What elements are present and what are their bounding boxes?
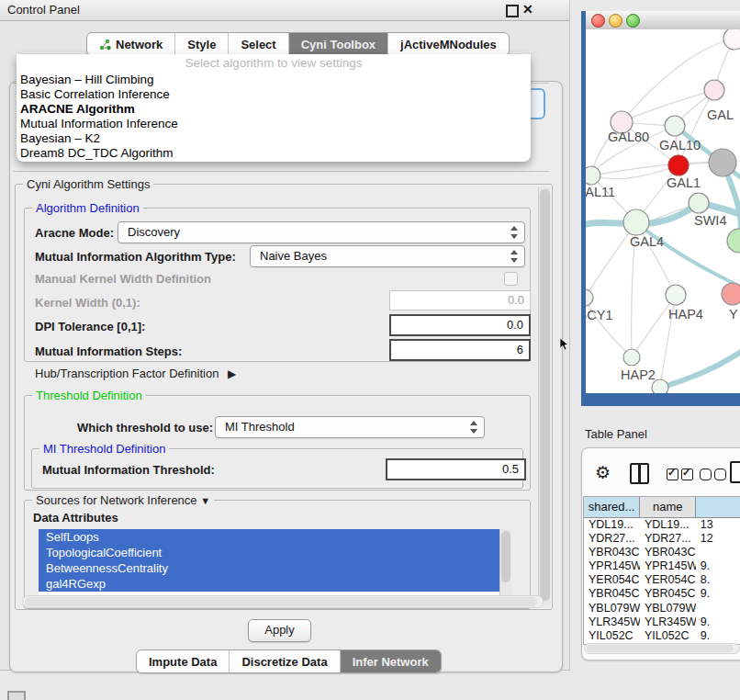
tab-select[interactable]: Select [229,33,288,55]
network-node-gal4[interactable] [623,209,649,235]
settings-horizontal-scrollbar[interactable] [22,595,544,608]
network-edge[interactable] [632,295,676,357]
split-columns-icon[interactable] [630,463,649,484]
network-edge[interactable] [591,165,678,179]
gear-icon[interactable]: ⚙ [595,462,611,483]
table-cell: YIL052C [640,629,696,643]
algorithm-option[interactable]: Mutual Information Inference [20,117,527,131]
corner-widget-icon[interactable] [7,691,26,700]
hidden-group-border [13,171,549,172]
algorithm-option[interactable]: Bayesian – Hill Climbing [20,73,527,87]
settings-vertical-scrollbar[interactable] [538,187,551,604]
network-edge-highlighted[interactable] [636,222,740,291]
node-label: GAL10 [659,138,701,152]
data-attributes-list[interactable]: SelfLoopsTopologicalCoefficientBetweenne… [39,529,510,599]
network-node[interactable] [652,379,668,393]
which-threshold-select[interactable]: MI Threshold [215,416,485,438]
table-cell: YLR345W [584,615,640,629]
table-row[interactable]: YLR345WYLR345W9. [584,615,740,629]
table-row[interactable]: YBR043CYBR043C [584,546,740,559]
network-node-gal10[interactable] [665,116,685,136]
mi-type-label: Mutual Information Algorithm Type: [35,250,236,264]
spinner-arrows-icon [469,419,477,435]
algorithm-option[interactable]: Basic Correlation Inference [20,87,527,102]
column-header[interactable]: name [640,497,696,517]
column-header[interactable] [696,497,740,517]
attributes-scrollbar[interactable] [499,529,511,599]
tab-label: Style [187,38,216,51]
network-node[interactable] [727,229,740,253]
tab-cyni-toolbox[interactable]: Cyni Toolbox [289,33,388,55]
tab-network[interactable]: Network [87,33,175,55]
sources-group-title[interactable]: Sources for Network Inference ▼ [32,493,214,507]
network-node-gcy1[interactable] [586,289,593,306]
network-node-hap4[interactable] [666,285,686,305]
tab-infer-network[interactable]: Infer Network [341,650,441,672]
tab-jactivemnodules[interactable]: jActiveMNodules [388,33,509,55]
table-row[interactable]: YDR27...YDR27...12 [584,532,740,546]
node-label: GAL1 [667,175,701,190]
kernel-width-label: Kernel Width (0,1): [35,296,140,310]
close-icon[interactable]: ✕ [522,2,533,17]
table-horizontal-scrollbar[interactable] [584,643,740,654]
table-row[interactable]: YER054CYER054C8. [584,573,740,587]
tab-discretize-data[interactable]: Discretize Data [230,650,340,672]
network-node-swi4[interactable] [689,193,709,213]
network-edge[interactable] [586,222,636,298]
minimize-traffic-light-icon[interactable] [609,14,622,28]
mi-steps-field[interactable]: 6 [389,339,531,361]
checked-columns-icon[interactable] [667,468,696,484]
zoom-traffic-light-icon[interactable] [626,14,640,28]
node-table[interactable]: shared...name YDL19...YDL19...13YDR27...… [583,496,740,645]
algorithm-option[interactable]: Dream8 DC_TDC Algorithm [20,146,527,161]
tab-label: jActiveMNodules [400,38,497,51]
network-canvas[interactable]: GALGAL80GAL10GAL1GAL11SWI4GAL4GCY1HAP4YH… [586,29,740,393]
network-node-gal11[interactable] [586,166,600,185]
mi-type-select[interactable]: Naive Bayes [250,245,525,267]
network-edge[interactable] [586,298,632,357]
column-header[interactable]: shared... [584,497,640,517]
network-node[interactable] [723,29,740,50]
dpi-tolerance-field[interactable]: 0.0 [389,314,531,336]
hub-definition-toggle[interactable]: Hub/Transcription Factor Definition ▶ [35,367,236,380]
apply-button[interactable]: Apply [248,619,311,642]
network-node-y[interactable] [722,283,740,305]
unchecked-columns-icon[interactable] [700,468,729,484]
table-cell: 9. [696,587,740,601]
attribute-list-item[interactable]: BetweennessCentrality [39,560,510,576]
algorithm-dropdown-popup: Select algorithm to view settings Bayesi… [17,54,531,162]
file-icon[interactable] [730,461,740,483]
float-window-icon[interactable] [506,5,519,17]
tab-label: Impute Data [149,655,217,669]
network-edge-highlighted[interactable] [660,346,740,388]
collapsed-arrow-icon[interactable]: ▶ [228,367,236,380]
network-node[interactable] [709,149,736,176]
manual-kernel-checkbox[interactable] [504,272,518,286]
aracne-mode-select[interactable]: Discovery [118,221,525,243]
network-node-hap2[interactable] [623,349,640,366]
mi-threshold-field[interactable]: 0.5 [386,458,526,480]
tab-style[interactable]: Style [175,33,229,55]
kernel-width-field[interactable]: 0.0 [389,290,531,310]
table-row[interactable]: YBR045CYBR045C9. [584,587,740,601]
algorithm-option[interactable]: ARACNE Algorithm [20,102,527,117]
expanded-arrow-icon[interactable]: ▼ [200,495,210,506]
tab-impute-data[interactable]: Impute Data [137,650,230,672]
table-cell: YER054C [640,573,696,587]
attribute-list-item[interactable]: SelfLoops [39,529,510,545]
attribute-list-item[interactable]: gal4RGexp [39,576,510,592]
close-traffic-light-icon[interactable] [591,14,605,28]
table-row[interactable]: YBL079WYBL079W [584,602,740,615]
table-row[interactable]: YDL19...YDL19...13 [584,518,740,532]
network-node-gal1[interactable] [668,155,689,175]
network-edge[interactable] [591,163,723,175]
node-label: GCY1 [586,308,613,322]
network-node-gal[interactable] [704,80,724,100]
table-cell: YPR145W [640,559,696,573]
data-attributes-label: Data Attributes [33,511,118,525]
table-row[interactable]: YPR145WYPR145W9. [584,559,740,573]
algorithm-option[interactable]: Bayesian – K2 [20,131,527,146]
table-row[interactable]: YIL052CYIL052C9. [584,629,740,643]
attribute-list-item[interactable]: TopologicalCoefficient [39,545,510,560]
table-cell: YIL052C [584,629,640,643]
